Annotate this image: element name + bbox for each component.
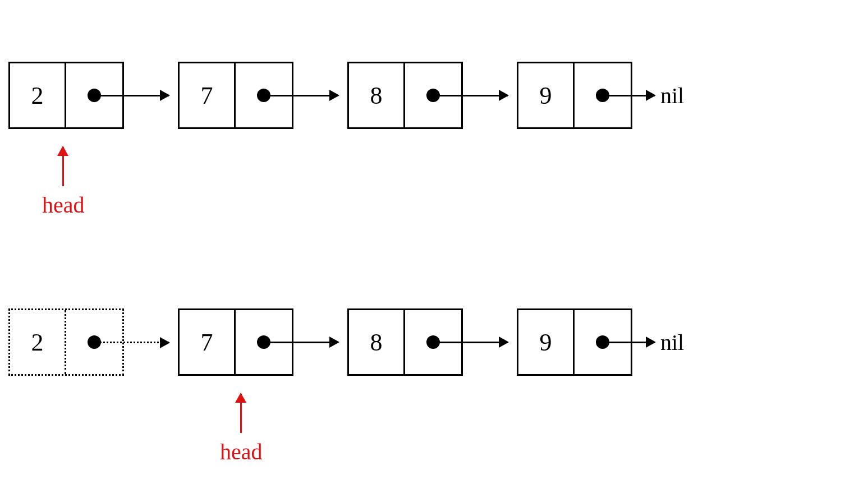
linked-list-after: 2 7 8 9 nil — [8, 308, 684, 376]
up-arrow-icon — [62, 147, 64, 186]
node-value: 9 — [518, 63, 575, 127]
dashed-arrow-icon — [96, 342, 169, 343]
arrow-icon — [265, 342, 338, 343]
arrow-icon — [435, 342, 508, 343]
node-value: 8 — [349, 310, 405, 374]
nil-terminator: nil — [660, 329, 684, 356]
node-value: 8 — [349, 63, 405, 127]
arrow-icon — [96, 95, 169, 96]
node-value: 2 — [10, 63, 66, 127]
head-pointer-before: head — [42, 147, 85, 218]
up-arrow-icon — [240, 394, 242, 433]
linked-list-before: 2 7 8 9 nil — [8, 62, 684, 129]
head-label: head — [220, 439, 263, 465]
node-value: 7 — [180, 63, 236, 127]
node-value: 2 — [10, 310, 66, 374]
node-value: 7 — [180, 310, 236, 374]
nil-terminator: nil — [660, 82, 684, 109]
head-label: head — [42, 192, 85, 218]
arrow-icon — [604, 342, 655, 343]
node-value: 9 — [518, 310, 575, 374]
arrow-icon — [435, 95, 508, 96]
arrow-icon — [265, 95, 338, 96]
arrow-icon — [604, 95, 655, 96]
head-pointer-after: head — [220, 394, 263, 465]
